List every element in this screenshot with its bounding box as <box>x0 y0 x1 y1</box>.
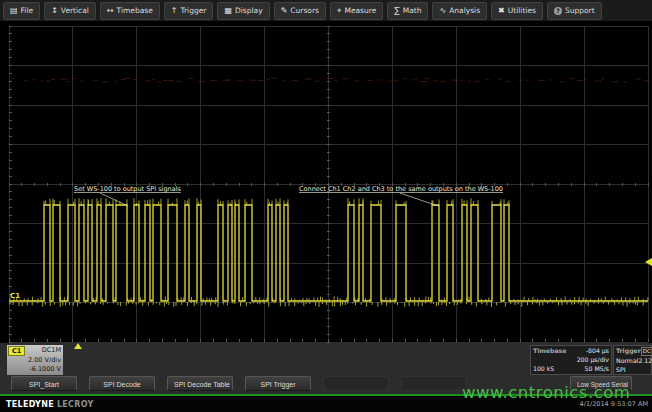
trigger-descriptor[interactable]: Trigger DC Normal 2.12 V SPI <box>613 345 652 375</box>
menu-bar: ▤File↕Vertical↔Timebase↑Trigger▦Display✎… <box>0 0 652 22</box>
menu-item-timebase[interactable]: ↔Timebase <box>100 2 160 20</box>
cursors-icon: ✎ <box>281 7 288 15</box>
menu-item-measure[interactable]: ⌖Measure <box>330 2 383 20</box>
menu-item-display[interactable]: ▦Display <box>217 2 269 20</box>
trigger-label: Trigger <box>616 346 641 356</box>
button-spi-trigger[interactable]: SPI Trigger <box>245 376 311 391</box>
brand-logo: TELEDYNELECROY <box>6 400 94 409</box>
utilities-icon: ✖ <box>498 7 505 15</box>
analysis-icon: ∿ <box>439 7 446 15</box>
scope-plot-svg: Set WS-100 to output SPI signalsConnect … <box>0 22 652 343</box>
menu-item-trigger[interactable]: ↑Trigger <box>164 2 214 20</box>
button-spi-decode-table[interactable]: SPI Decode Table <box>167 376 233 391</box>
annotation-1: Set WS-100 to output SPI signals <box>74 185 181 193</box>
brand-primary: TELEDYNE <box>6 400 54 409</box>
menu-item-label: Math <box>403 6 422 15</box>
annotation-2: Connect Ch1 Ch2 and Ch3 to the same outp… <box>299 185 503 193</box>
brand-secondary: LECROY <box>57 400 94 409</box>
button-slot-empty <box>401 376 467 391</box>
display-icon: ▦ <box>224 7 232 15</box>
channel-scale: 2.00 V/div <box>8 356 61 365</box>
trigger-level: 2.12 V <box>638 356 652 365</box>
timebase-label: Timebase <box>533 346 566 355</box>
vertical-icon: ↕ <box>51 7 58 15</box>
menu-item-label: Support <box>565 6 595 15</box>
button-spi-decode[interactable]: SPI Decode <box>89 376 155 391</box>
menu-item-label: File <box>21 6 34 15</box>
oscilloscope-screen: ▤File↕Vertical↔Timebase↑Trigger▦Display✎… <box>0 0 652 412</box>
math-icon: ∑ <box>394 7 399 15</box>
support-icon: ? <box>554 7 562 15</box>
timebase-scale: 200 µs/div <box>577 355 609 364</box>
menu-item-label: Analysis <box>449 6 480 15</box>
trigger-mode: Normal <box>616 356 638 365</box>
menu-item-analysis[interactable]: ∿Analysis <box>432 2 487 20</box>
menu-item-label: Utilities <box>508 6 536 15</box>
menu-item-label: Trigger <box>181 6 207 15</box>
trigger-coupling-badge: DC <box>641 347 652 356</box>
menu-item-vertical[interactable]: ↕Vertical <box>44 2 96 20</box>
faint-persistence-trace <box>11 78 650 82</box>
menu-item-label: Measure <box>344 6 376 15</box>
trigger-position-marker[interactable] <box>74 343 82 349</box>
trigger-source: SPI <box>616 365 625 374</box>
menu-item-label: Timebase <box>117 6 153 15</box>
trigger-icon: ↑ <box>171 7 178 15</box>
watermark: www.cntronics.com <box>462 383 630 402</box>
file-icon: ▤ <box>10 7 18 15</box>
timebase-rate: 50 MS/s <box>585 364 609 373</box>
channel-zero-marker[interactable]: C1 <box>10 292 20 300</box>
menu-item-label: Display <box>235 6 263 15</box>
timebase-delay: -804 µs <box>586 346 609 355</box>
menu-item-utilities[interactable]: ✖Utilities <box>491 2 543 20</box>
annotation-leader-1 <box>100 193 128 206</box>
button-spi-start[interactable]: SPI_Start <box>11 376 77 391</box>
timebase-icon: ↔ <box>107 7 114 15</box>
button-slot-empty <box>323 376 389 391</box>
channel-badge: C1 <box>8 346 25 356</box>
channel-offset: -6.1000 V <box>8 365 61 374</box>
timebase-descriptor[interactable]: Timebase -804 µs 200 µs/div 100 kS 50 MS… <box>530 345 612 375</box>
menu-item-cursors[interactable]: ✎Cursors <box>274 2 326 20</box>
menu-item-file[interactable]: ▤File <box>3 2 40 20</box>
menu-item-label: Vertical <box>61 6 89 15</box>
waveform-display[interactable]: Set WS-100 to output SPI signalsConnect … <box>0 22 652 343</box>
measure-icon: ⌖ <box>337 7 342 15</box>
channel-descriptor-c1[interactable]: C1 DC1M 2.00 V/div -6.1000 V <box>7 345 63 375</box>
channel-coupling: DC1M <box>42 346 61 355</box>
menu-item-math[interactable]: ∑Math <box>387 2 428 20</box>
dialog-button-row: SPI_StartSPI DecodeSPI Decode TableSPI T… <box>11 376 467 391</box>
timebase-samples: 100 kS <box>533 364 554 373</box>
menu-item-label: Cursors <box>290 6 319 15</box>
menu-item-support[interactable]: ?Support <box>547 2 602 20</box>
